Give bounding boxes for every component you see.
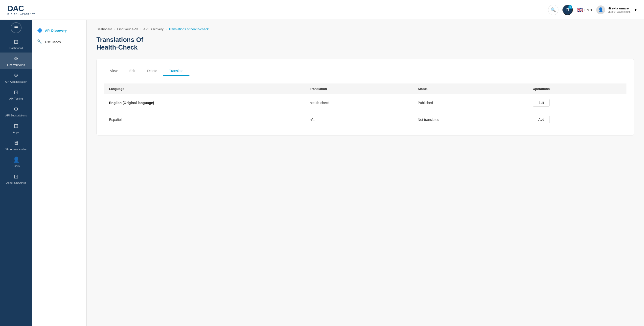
page-title: Translations Of Health-Check <box>96 36 634 51</box>
sidebar-item-about-oneapim[interactable]: ⊡ About OneAPIM <box>0 171 32 187</box>
sidebar-item-apps[interactable]: ⊞ Apps <box>0 120 32 137</box>
breadcrumb-sep-1: › <box>114 27 115 31</box>
breadcrumb: Dashboard › Find Your APIs › API Discove… <box>96 27 634 31</box>
tab-edit[interactable]: Edit <box>124 66 141 76</box>
cell-status-espanol: Not translated <box>413 111 528 128</box>
sub-sidebar-label: Use Cases <box>45 40 61 44</box>
tabs-bar: View Edit Delete Translate <box>104 66 626 76</box>
sidebar-item-label: Dashboard <box>10 47 23 50</box>
sub-sidebar-item-use-cases[interactable]: 🔧 Use Cases <box>32 36 86 48</box>
cell-translation-espanol: n/a <box>305 111 413 128</box>
sidebar-item-api-testing[interactable]: ⊡ API Testing <box>0 86 32 103</box>
user-email: ekta.u+padmin@d... <box>608 10 632 13</box>
translations-table-container: Language Translation Status Operations E… <box>104 83 626 128</box>
dashboard-icon: ⊞ <box>14 39 18 45</box>
logo-sub: DIGITAL APICRAFT <box>8 13 35 15</box>
translations-table: Language Translation Status Operations E… <box>104 83 626 128</box>
about-icon: ⊡ <box>14 174 18 180</box>
top-header: DAC DIGITAL APICRAFT 🔍 🗒 0 🇬🇧 EN ▾ 👤 Hi … <box>0 0 644 20</box>
avatar: 👤 <box>596 6 605 14</box>
sidebar-item-find-your-apis[interactable]: ⚙ Find your APIs <box>0 53 32 69</box>
flag-icon: 🇬🇧 <box>577 7 583 13</box>
lang-chevron-icon: ▾ <box>590 8 592 12</box>
find-apis-icon: ⚙ <box>14 56 18 62</box>
sidebar-item-api-subscriptions[interactable]: ⚙ API Subscriptions <box>0 103 32 120</box>
sub-sidebar-label: API Discovery <box>45 29 66 33</box>
sidebar-item-label: Users <box>12 165 20 168</box>
sidebar-item-label: Find your APIs <box>7 63 25 66</box>
col-header-operations: Operations <box>528 83 626 94</box>
users-icon: 👤 <box>13 156 20 163</box>
user-name: Hi ekta umare <box>608 7 632 10</box>
breadcrumb-sep-2: › <box>140 27 141 31</box>
sidebar-item-label: API Administration <box>5 80 27 83</box>
api-discovery-icon: 🔷 <box>37 28 42 33</box>
cell-operations-espanol: Add <box>528 111 626 128</box>
notification-button[interactable]: 🗒 0 <box>562 5 573 15</box>
edit-button[interactable]: Edit <box>533 99 550 106</box>
table-header-row: Language Translation Status Operations <box>104 83 626 94</box>
api-admin-icon: ⚙ <box>14 72 18 79</box>
logo-text: DAC <box>8 5 35 12</box>
page-title-line2: Health-Check <box>96 44 634 51</box>
table-row: English (Original language) health-check… <box>104 94 626 111</box>
search-icon: 🔍 <box>550 7 556 13</box>
breadcrumb-dashboard[interactable]: Dashboard <box>96 27 112 31</box>
user-chevron-icon: ▾ <box>634 8 636 12</box>
content-area: 🔷 API Discovery 🔧 Use Cases Dashboard › … <box>32 20 644 326</box>
col-header-status: Status <box>413 83 528 94</box>
breadcrumb-current: Translations of health-check <box>169 27 209 31</box>
cell-language-english: English (Original language) <box>104 94 305 111</box>
tab-delete[interactable]: Delete <box>141 66 163 76</box>
user-info: Hi ekta umare ekta.u+padmin@d... <box>608 7 632 13</box>
sidebar-item-site-administration[interactable]: 🖥 Site Administration <box>0 137 32 153</box>
search-button[interactable]: 🔍 <box>548 5 558 15</box>
sidebar: ☰ ⊞ Dashboard ⚙ Find your APIs ⚙ API Adm… <box>0 20 32 326</box>
site-admin-icon: 🖥 <box>13 140 19 146</box>
sidebar-item-label: Site Administration <box>5 148 27 151</box>
tab-view[interactable]: View <box>104 66 124 76</box>
api-subscriptions-icon: ⚙ <box>14 106 18 112</box>
sidebar-item-label: Apps <box>13 131 19 134</box>
use-cases-icon: 🔧 <box>37 39 42 45</box>
header-right: 🔍 🗒 0 🇬🇧 EN ▾ 👤 Hi ekta umare ekta.u+pad… <box>548 5 636 15</box>
avatar-icon: 👤 <box>598 7 604 13</box>
main-layout: ☰ ⊞ Dashboard ⚙ Find your APIs ⚙ API Adm… <box>0 20 644 326</box>
page-title-line1: Translations Of <box>96 36 634 44</box>
logo-area: DAC DIGITAL APICRAFT <box>8 5 35 15</box>
cell-language-espanol: Español <box>104 111 305 128</box>
sub-sidebar-item-api-discovery[interactable]: 🔷 API Discovery <box>32 25 86 36</box>
language-label: EN <box>584 8 589 12</box>
breadcrumb-sep-3: › <box>166 27 166 31</box>
main-content: Dashboard › Find Your APIs › API Discove… <box>86 20 644 326</box>
breadcrumb-api-discovery[interactable]: API Discovery <box>144 27 164 31</box>
sidebar-item-label: About OneAPIM <box>6 181 26 184</box>
table-row: Español n/a Not translated Add <box>104 111 626 128</box>
sidebar-item-users[interactable]: 👤 Users <box>0 153 32 171</box>
menu-icon: ☰ <box>14 25 18 31</box>
translations-card: View Edit Delete Translate Language Tran… <box>96 59 634 135</box>
sidebar-item-dashboard[interactable]: ⊞ Dashboard <box>0 36 32 53</box>
sub-sidebar: 🔷 API Discovery 🔧 Use Cases <box>32 20 86 326</box>
tab-translate[interactable]: Translate <box>163 66 190 76</box>
language-selector[interactable]: 🇬🇧 EN ▾ <box>577 7 592 13</box>
user-area[interactable]: 👤 Hi ekta umare ekta.u+padmin@d... ▾ <box>596 6 636 14</box>
add-button[interactable]: Add <box>533 116 550 123</box>
sidebar-item-api-administration[interactable]: ⚙ API Administration <box>0 69 32 86</box>
api-testing-icon: ⊡ <box>14 89 18 96</box>
sidebar-toggle-button[interactable]: ☰ <box>11 22 22 33</box>
sidebar-item-label: API Testing <box>9 97 23 100</box>
col-header-language: Language <box>104 83 305 94</box>
col-header-translation: Translation <box>305 83 413 94</box>
breadcrumb-find-your-apis[interactable]: Find Your APIs <box>117 27 138 31</box>
notification-badge: 0 <box>568 5 572 9</box>
apps-icon: ⊞ <box>14 123 18 129</box>
sidebar-item-label: API Subscriptions <box>6 114 27 117</box>
cell-status-english: Published <box>413 94 528 111</box>
cell-operations-english: Edit <box>528 94 626 111</box>
cell-translation-english: health-check <box>305 94 413 111</box>
